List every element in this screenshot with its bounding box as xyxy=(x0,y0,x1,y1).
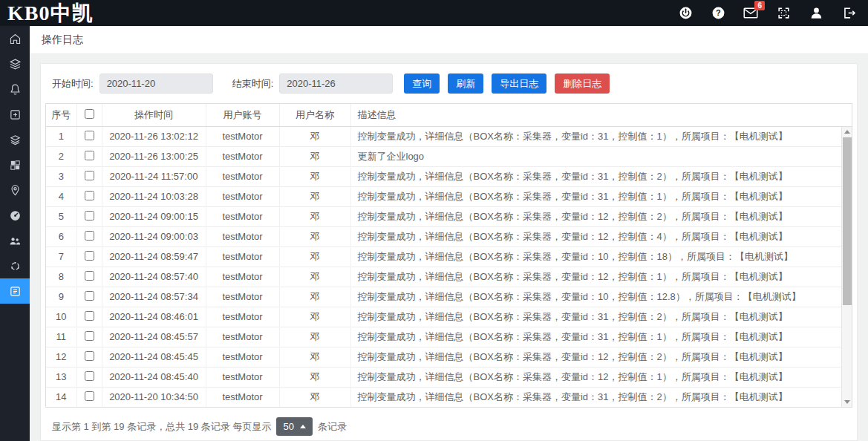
row-checkbox[interactable] xyxy=(85,291,94,301)
table-row: 42020-11-24 10:03:28testMotor邓控制变量成功，详细信… xyxy=(46,186,852,206)
table-row: 132020-11-24 08:45:40testMotor邓控制变量成功，详细… xyxy=(46,367,852,387)
cell-select xyxy=(76,287,102,307)
cell-username: 邓 xyxy=(279,226,350,246)
fullscreen-icon[interactable] xyxy=(776,6,791,21)
row-checkbox[interactable] xyxy=(85,371,94,381)
row-checkbox[interactable] xyxy=(85,231,94,241)
table-scrollbar[interactable] xyxy=(841,127,852,407)
cell-username: 邓 xyxy=(279,166,350,186)
cell-account: testMotor xyxy=(206,387,279,407)
select-all-checkbox[interactable] xyxy=(85,109,94,119)
table-row: 82020-11-24 08:57:40testMotor邓控制变量成功，详细信… xyxy=(46,267,852,287)
end-time-input[interactable] xyxy=(279,74,393,94)
sidebar-item-location[interactable] xyxy=(0,177,30,203)
scrollbar-thumb[interactable] xyxy=(843,137,852,305)
cell-index: 3 xyxy=(46,166,76,186)
cell-username: 邓 xyxy=(279,186,350,206)
cell-description: 控制变量成功，详细信息（BOX名称：采集器，变量id：31，控制值：1），所属项… xyxy=(350,327,852,347)
row-checkbox[interactable] xyxy=(85,331,94,341)
cell-account: testMotor xyxy=(206,327,279,347)
power-icon[interactable] xyxy=(678,6,693,21)
export-log-button[interactable]: 导出日志 xyxy=(492,74,546,94)
row-checkbox[interactable] xyxy=(85,131,94,140)
row-checkbox[interactable] xyxy=(85,211,94,220)
mail-icon[interactable]: 6 xyxy=(743,6,758,21)
sidebar-item-sync[interactable] xyxy=(0,253,30,278)
row-checkbox[interactable] xyxy=(85,251,94,261)
cell-select xyxy=(76,367,102,387)
sidebar-item-modules[interactable] xyxy=(0,152,30,177)
cell-description: 控制变量成功，详细信息（BOX名称：采集器，变量id：31，控制值：2），所属项… xyxy=(350,166,852,186)
delete-log-button[interactable]: 删除日志 xyxy=(555,74,610,94)
cell-index: 8 xyxy=(46,267,76,287)
cell-account: testMotor xyxy=(206,186,279,206)
cell-index: 14 xyxy=(46,387,76,407)
sidebar-item-stack[interactable] xyxy=(0,127,30,152)
cell-select xyxy=(76,146,102,166)
cell-select xyxy=(76,186,102,206)
cell-time: 2020-11-26 13:02:12 xyxy=(102,126,206,146)
filter-bar: 开始时间: 结束时间: 查询 刷新 导出日志 删除日志 xyxy=(52,74,846,94)
row-checkbox[interactable] xyxy=(85,171,94,180)
cell-index: 4 xyxy=(46,186,76,206)
sidebar-item-layers[interactable] xyxy=(0,51,30,76)
cell-description: 控制变量成功，详细信息（BOX名称：采集器，变量id：10，控制值：18），所属… xyxy=(350,246,852,267)
column-header-username: 用户名称 xyxy=(279,104,350,126)
sidebar-item-operation-log[interactable] xyxy=(0,278,30,304)
scrollbar-up-arrow[interactable] xyxy=(842,127,852,137)
row-checkbox[interactable] xyxy=(85,311,94,321)
user-icon[interactable] xyxy=(809,6,823,21)
cell-select xyxy=(76,307,102,327)
column-header-index: 序号 xyxy=(46,104,76,126)
cell-index: 2 xyxy=(46,146,76,166)
sidebar-item-dashboard[interactable] xyxy=(0,203,30,228)
logout-icon[interactable] xyxy=(841,6,856,21)
start-time-input[interactable] xyxy=(99,74,213,94)
row-checkbox[interactable] xyxy=(85,271,94,281)
cell-select xyxy=(76,166,102,186)
scrollbar-down-arrow[interactable] xyxy=(842,397,852,407)
refresh-button[interactable]: 刷新 xyxy=(448,74,483,94)
row-checkbox[interactable] xyxy=(85,351,94,361)
cell-time: 2020-11-24 09:00:03 xyxy=(102,226,206,246)
cell-description: 控制变量成功，详细信息（BOX名称：采集器，变量id：12，控制值：1），所属项… xyxy=(350,367,852,387)
table-row: 22020-11-26 13:00:25testMotor邓更新了企业logo xyxy=(46,146,852,166)
page-size-selector[interactable]: 50 xyxy=(276,417,312,436)
cell-index: 5 xyxy=(46,206,76,226)
cell-description: 控制变量成功，详细信息（BOX名称：采集器，变量id：31，控制值：2），所属项… xyxy=(350,387,852,407)
help-icon[interactable]: ? xyxy=(711,6,725,21)
log-table: 序号 操作时间 用户账号 用户名称 描述信息 12020-11-26 13:02… xyxy=(46,104,852,407)
cell-description: 控制变量成功，详细信息（BOX名称：采集器，变量id：12，控制值：2），所属项… xyxy=(350,347,852,367)
cell-select xyxy=(76,327,102,347)
cell-account: testMotor xyxy=(206,166,279,186)
cell-select xyxy=(76,267,102,287)
table-row: 12020-11-26 13:02:12testMotor邓控制变量成功，详细信… xyxy=(46,126,852,146)
cell-account: testMotor xyxy=(206,267,279,287)
cell-username: 邓 xyxy=(279,327,350,347)
table-row: 92020-11-24 08:57:34testMotor邓控制变量成功，详细信… xyxy=(46,287,852,307)
cell-time: 2020-11-24 08:57:40 xyxy=(102,267,206,287)
cell-select xyxy=(76,226,102,246)
log-table-wrap: 序号 操作时间 用户账号 用户名称 描述信息 12020-11-26 13:02… xyxy=(45,103,852,408)
brand-logo: KB0中凯 xyxy=(7,1,93,25)
cell-index: 12 xyxy=(46,347,76,367)
app-root: KB0中凯 ? 6 xyxy=(0,0,868,441)
sidebar xyxy=(0,26,30,441)
pagination-suffix: 条记录 xyxy=(318,420,347,434)
page-header: 操作日志 xyxy=(30,26,868,54)
end-time-label: 结束时间: xyxy=(232,77,274,91)
sidebar-item-users[interactable] xyxy=(0,228,30,253)
cell-account: testMotor xyxy=(206,347,279,367)
sidebar-item-notifications[interactable] xyxy=(0,76,30,102)
sidebar-item-add-project[interactable] xyxy=(0,102,30,127)
cell-time: 2020-11-24 10:03:28 xyxy=(102,186,206,206)
query-button[interactable]: 查询 xyxy=(404,74,440,94)
cell-select xyxy=(76,347,102,367)
row-checkbox[interactable] xyxy=(85,391,94,401)
top-navbar: KB0中凯 ? 6 xyxy=(0,0,868,26)
column-header-account: 用户账号 xyxy=(206,104,279,126)
cell-account: testMotor xyxy=(206,287,279,307)
row-checkbox[interactable] xyxy=(85,151,94,160)
sidebar-item-home[interactable] xyxy=(0,26,30,51)
row-checkbox[interactable] xyxy=(85,191,94,200)
